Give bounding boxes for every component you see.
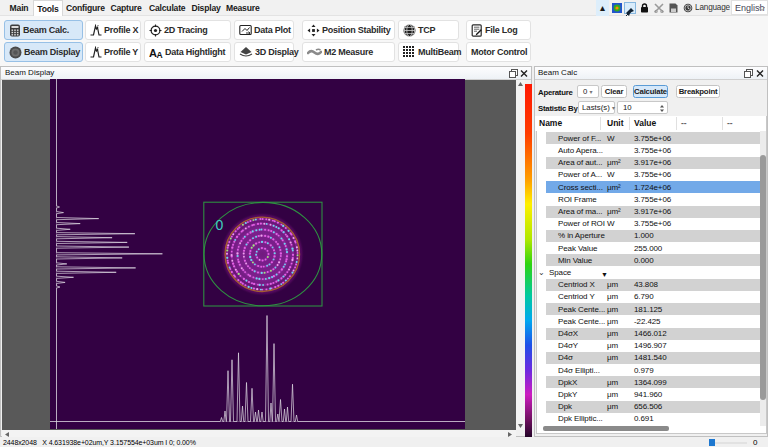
svg-text:0: 0: [216, 217, 224, 233]
